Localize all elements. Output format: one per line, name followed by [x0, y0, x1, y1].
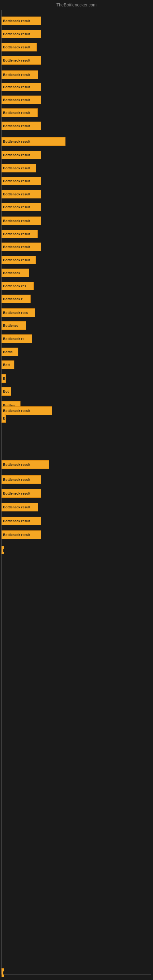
bar-label: Bottle: [2, 350, 13, 354]
bar-label: B: [2, 417, 5, 420]
bottleneck-bar: |: [2, 968, 4, 977]
bottleneck-bar: Bottleneck result: [2, 30, 41, 38]
bar-label: Bottlenec: [2, 324, 18, 328]
bar-label: Bottleneck result: [2, 45, 30, 49]
bottleneck-bar: Bottleneck result: [2, 406, 52, 415]
x-axis: [1, 974, 151, 975]
bar-label: Bottleneck result: [2, 166, 30, 170]
bottleneck-bar: Bot: [2, 387, 11, 396]
bottleneck-bar: Bottleneck result: [2, 190, 41, 199]
bar-label: Bottleneck result: [2, 59, 30, 62]
bottleneck-bar: Bottleneck result: [2, 95, 41, 104]
bottleneck-bar: Bott: [2, 360, 14, 369]
bar-label: Bottleneck result: [2, 409, 30, 412]
bottleneck-bar: Bottleneck result: [2, 475, 41, 484]
bottleneck-bar: Bottleneck resu: [2, 309, 35, 317]
bar-label: |: [2, 971, 4, 975]
bar-label: Bottleneck result: [2, 505, 30, 509]
bottleneck-bar: Bottleneck result: [2, 530, 41, 539]
bottleneck-bar: Bottleneck result: [2, 503, 38, 511]
bar-label: Bottleneck result: [2, 205, 30, 209]
bar-label: Bottleneck result: [2, 32, 30, 36]
bottleneck-bar: Bottleneck r: [2, 294, 30, 303]
bar-label: Bottleneck re: [2, 337, 24, 340]
bottleneck-bar: B: [2, 374, 6, 383]
bottleneck-bar: Bottleneck result: [2, 230, 38, 238]
bar-label: Bottleneck result: [2, 19, 30, 23]
bar-label: Bottleneck result: [2, 533, 30, 536]
bottleneck-bar: Bottleneck result: [2, 243, 41, 251]
bottleneck-bar: Bottleneck result: [2, 489, 41, 498]
bar-label: Bottleneck result: [2, 153, 30, 157]
bottleneck-bar: Bottleneck re: [2, 334, 32, 343]
bottleneck-bar: Bottle: [2, 348, 18, 356]
bottleneck-bar: Bottleneck result: [2, 517, 41, 525]
bottleneck-bar: Bottleneck result: [2, 56, 41, 65]
bottleneck-bar: Bottleneck result: [2, 43, 37, 51]
bottleneck-bar: Bottleneck result: [2, 216, 41, 225]
bar-label: Bottleneck result: [2, 124, 30, 128]
bar-label: Bottleneck result: [2, 179, 30, 183]
bottleneck-bar: Bottleneck result: [2, 16, 41, 25]
bottleneck-bar: Bottleneck result: [2, 70, 38, 79]
bottleneck-bar: Bottleneck result: [2, 83, 41, 91]
bottleneck-bar: Bottleneck result: [2, 203, 41, 211]
bar-label: Bot: [2, 390, 9, 393]
bottleneck-bar: Bottleneck result: [2, 137, 65, 146]
bottleneck-bar: Bottleneck result: [2, 460, 49, 469]
bar-label: Bott: [2, 363, 10, 367]
bar-label: Bottleneck result: [2, 111, 30, 115]
bar-label: Bottleneck result: [2, 478, 30, 481]
bottleneck-bar: Bottleneck: [2, 269, 29, 277]
bottleneck-bar: Bottleneck result: [2, 108, 38, 117]
bar-label: Bottleneck result: [2, 519, 30, 523]
bar-label: Bottleneck result: [2, 245, 30, 249]
bottleneck-bar: B: [2, 414, 6, 423]
bottleneck-bar: Bottleneck result: [2, 164, 36, 172]
bar-label: Bottleneck res: [2, 284, 26, 288]
bar-label: |: [2, 548, 4, 552]
bar-label: Bottleneck result: [2, 463, 30, 466]
bottleneck-bar: Bottleneck res: [2, 282, 33, 290]
bar-label: Bottleneck result: [2, 258, 30, 262]
bar-label: Bottleneck result: [2, 85, 30, 89]
bottleneck-bar: Bottleneck result: [2, 177, 41, 185]
chart-area: Bottleneck resultBottleneck resultBottle…: [0, 10, 153, 975]
bottleneck-bar: Bottleneck result: [2, 151, 41, 159]
site-title: TheBottlenecker.com: [0, 0, 153, 10]
bar-label: Bottleneck result: [2, 98, 30, 102]
bar-label: Bottleneck result: [2, 192, 30, 196]
bar-label: Bottleneck: [2, 271, 20, 275]
bottleneck-bar: Bottleneck result: [2, 256, 36, 264]
bar-label: Bottleneck result: [2, 232, 30, 236]
bar-label: Bottleneck result: [2, 492, 30, 495]
bar-label: Bottleneck result: [2, 219, 30, 223]
bar-label: Bottleneck result: [2, 140, 30, 143]
bottleneck-bar: Bottleneck result: [2, 122, 41, 130]
bottleneck-bar: Bottlenec: [2, 321, 26, 330]
bar-label: B: [2, 377, 5, 380]
bar-label: Bottleneck result: [2, 73, 30, 76]
bar-label: Bottleneck resu: [2, 311, 29, 315]
bottleneck-bar: |: [2, 546, 4, 554]
bar-label: Bottleneck r: [2, 297, 22, 301]
